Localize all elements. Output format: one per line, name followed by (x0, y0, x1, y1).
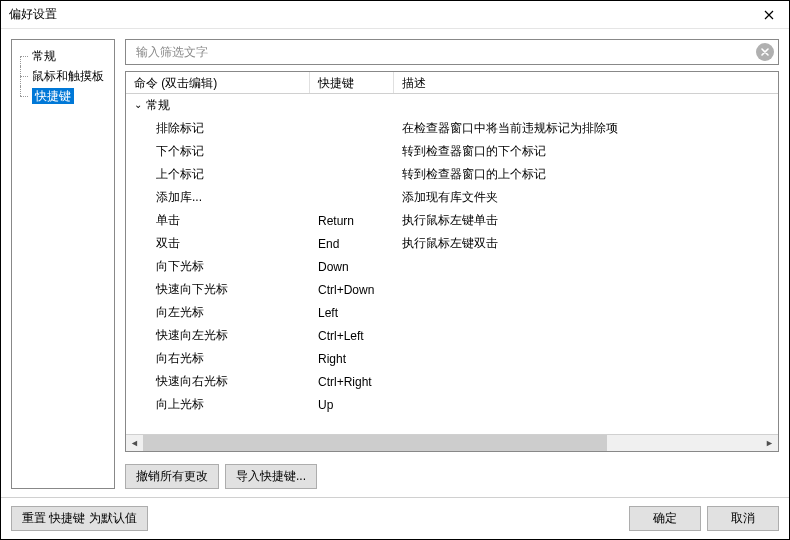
cell-description: 执行鼠标左键双击 (394, 235, 778, 252)
table-row[interactable]: 快速向右光标Ctrl+Right (126, 370, 778, 393)
right-panel: 命令 (双击编辑) 快捷键 描述 ⌄常规 排除标记在检查器 (125, 39, 779, 489)
cancel-button[interactable]: 取消 (707, 506, 779, 531)
horizontal-scrollbar[interactable]: ◄ ► (126, 434, 778, 451)
cell-description: 执行鼠标左键单击 (394, 212, 778, 229)
header-shortcut[interactable]: 快捷键 (310, 72, 394, 93)
cell-shortcut: Down (310, 260, 394, 274)
cell-command: 向上光标 (126, 396, 310, 413)
search-field-wrap (125, 39, 779, 65)
table-body[interactable]: ⌄常规 排除标记在检查器窗口中将当前违规标记为排除项下个标记转到检查器窗口的下个… (126, 94, 778, 434)
cell-shortcut: Return (310, 214, 394, 228)
table-group-row[interactable]: ⌄常规 (126, 94, 778, 117)
tree-item-label: 快捷键 (32, 88, 74, 104)
table-row[interactable]: 双击End执行鼠标左键双击 (126, 232, 778, 255)
table-header: 命令 (双击编辑) 快捷键 描述 (126, 72, 778, 94)
cell-command: 单击 (126, 212, 310, 229)
scroll-left-button[interactable]: ◄ (126, 435, 143, 451)
reset-defaults-button[interactable]: 重置 快捷键 为默认值 (11, 506, 148, 531)
scroll-track[interactable] (143, 435, 761, 451)
cell-shortcut: Ctrl+Down (310, 283, 394, 297)
cell-command: 快速向右光标 (126, 373, 310, 390)
cell-command: 向左光标 (126, 304, 310, 321)
cell-description: 转到检查器窗口的下个标记 (394, 143, 778, 160)
table-row[interactable]: 向右光标Right (126, 347, 778, 370)
clear-search-button[interactable] (756, 43, 774, 61)
tree-item-general[interactable]: 常规 (14, 46, 112, 66)
header-command[interactable]: 命令 (双击编辑) (126, 72, 310, 93)
cell-command: 上个标记 (126, 166, 310, 183)
upper-panel: 常规 鼠标和触摸板 快捷键 命令 (双击编辑 (11, 39, 779, 489)
cell-shortcut: Right (310, 352, 394, 366)
cell-shortcut: End (310, 237, 394, 251)
scroll-right-button[interactable]: ► (761, 435, 778, 451)
cell-command: 快速向左光标 (126, 327, 310, 344)
scroll-thumb[interactable] (143, 435, 607, 451)
cell-description: 转到检查器窗口的上个标记 (394, 166, 778, 183)
preferences-window: 偏好设置 常规 鼠标和触摸板 快捷键 (0, 0, 790, 540)
x-icon (761, 48, 769, 56)
cell-command: 排除标记 (126, 120, 310, 137)
tree-item-label: 常规 (32, 49, 56, 63)
undo-all-button[interactable]: 撤销所有更改 (125, 464, 219, 489)
tree-item-shortcuts[interactable]: 快捷键 (14, 86, 112, 106)
import-shortcuts-button[interactable]: 导入快捷键... (225, 464, 317, 489)
tree-item-label: 鼠标和触摸板 (32, 69, 104, 83)
category-tree[interactable]: 常规 鼠标和触摸板 快捷键 (11, 39, 115, 489)
ok-button[interactable]: 确定 (629, 506, 701, 531)
cell-command: 向右光标 (126, 350, 310, 367)
cell-command: 双击 (126, 235, 310, 252)
cell-shortcut: Left (310, 306, 394, 320)
search-input[interactable] (134, 44, 756, 60)
tree-item-mouse[interactable]: 鼠标和触摸板 (14, 66, 112, 86)
dialog-body: 常规 鼠标和触摸板 快捷键 命令 (双击编辑 (1, 29, 789, 497)
shortcuts-table: 命令 (双击编辑) 快捷键 描述 ⌄常规 排除标记在检查器 (125, 71, 779, 452)
cell-command: 向下光标 (126, 258, 310, 275)
table-row[interactable]: 单击Return执行鼠标左键单击 (126, 209, 778, 232)
cell-shortcut: Ctrl+Right (310, 375, 394, 389)
table-row[interactable]: 快速向左光标Ctrl+Left (126, 324, 778, 347)
table-action-buttons: 撤销所有更改 导入快捷键... (125, 464, 779, 489)
table-row[interactable]: 向下光标Down (126, 255, 778, 278)
table-row[interactable]: 快速向下光标Ctrl+Down (126, 278, 778, 301)
cell-command: 快速向下光标 (126, 281, 310, 298)
titlebar: 偏好设置 (1, 1, 789, 29)
group-label: 常规 (146, 98, 170, 112)
cell-shortcut: Up (310, 398, 394, 412)
dialog-footer: 重置 快捷键 为默认值 确定 取消 (1, 497, 789, 539)
close-icon (764, 10, 774, 20)
cell-command: 下个标记 (126, 143, 310, 160)
table-row[interactable]: 排除标记在检查器窗口中将当前违规标记为排除项 (126, 117, 778, 140)
window-title: 偏好设置 (9, 6, 57, 23)
table-row[interactable]: 向左光标Left (126, 301, 778, 324)
close-button[interactable] (749, 1, 789, 29)
cell-description: 在检查器窗口中将当前违规标记为排除项 (394, 120, 778, 137)
table-row[interactable]: 向上光标Up (126, 393, 778, 416)
header-description[interactable]: 描述 (394, 72, 778, 93)
table-row[interactable]: 下个标记转到检查器窗口的下个标记 (126, 140, 778, 163)
cell-command: 添加库... (126, 189, 310, 206)
cell-shortcut: Ctrl+Left (310, 329, 394, 343)
chevron-down-icon[interactable]: ⌄ (134, 99, 142, 110)
table-row[interactable]: 上个标记转到检查器窗口的上个标记 (126, 163, 778, 186)
cell-description: 添加现有库文件夹 (394, 189, 778, 206)
table-row[interactable]: 添加库...添加现有库文件夹 (126, 186, 778, 209)
